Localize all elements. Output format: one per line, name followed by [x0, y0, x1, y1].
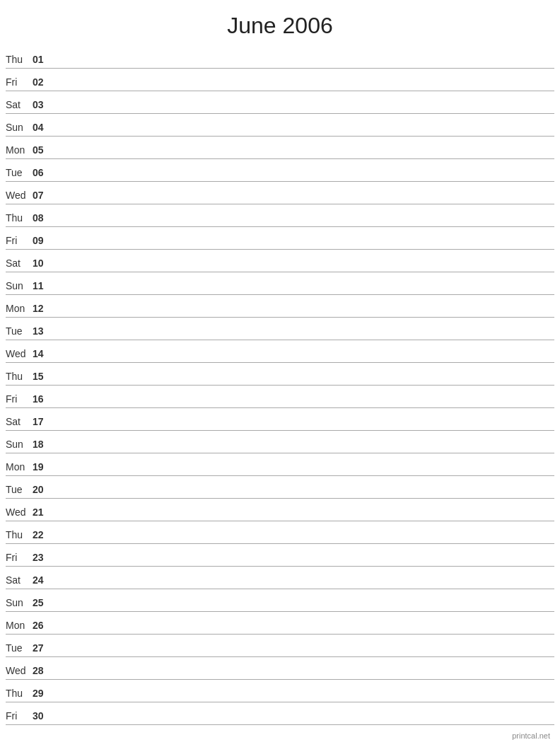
- day-name: Sat: [6, 574, 33, 586]
- day-name: Thu: [6, 529, 33, 540]
- day-number: 05: [33, 144, 52, 156]
- day-row: Thu08: [6, 204, 554, 227]
- day-line: [52, 110, 554, 110]
- day-number: 23: [33, 552, 52, 563]
- day-row: Wed28: [6, 657, 554, 680]
- day-name: Fri: [6, 235, 33, 246]
- day-row: Sat24: [6, 567, 554, 589]
- day-line: [52, 608, 554, 608]
- day-number: 03: [33, 99, 52, 110]
- day-line: [52, 291, 554, 291]
- day-name: Tue: [6, 642, 33, 654]
- day-row: Sat10: [6, 250, 554, 272]
- day-line: [52, 449, 554, 450]
- day-name: Sat: [6, 99, 33, 110]
- day-row: Mon05: [6, 137, 554, 159]
- day-name: Mon: [6, 303, 33, 314]
- day-name: Sun: [6, 122, 33, 133]
- day-row: Wed07: [6, 182, 554, 204]
- day-number: 06: [33, 167, 52, 178]
- day-line: [52, 472, 554, 473]
- day-line: [52, 698, 554, 699]
- day-number: 08: [33, 212, 52, 224]
- day-number: 24: [33, 574, 52, 586]
- day-name: Wed: [6, 665, 33, 676]
- day-row: Mon19: [6, 453, 554, 476]
- day-name: Fri: [6, 710, 33, 722]
- day-line: [52, 87, 554, 88]
- day-line: [52, 200, 554, 201]
- day-name: Thu: [6, 688, 33, 699]
- day-row: Thu01: [6, 46, 554, 69]
- day-line: [52, 336, 554, 337]
- day-number: 11: [33, 280, 52, 291]
- day-line: [52, 404, 554, 405]
- day-number: 12: [33, 303, 52, 314]
- day-row: Sun04: [6, 114, 554, 137]
- day-name: Sun: [6, 597, 33, 608]
- day-line: [52, 585, 554, 586]
- day-number: 09: [33, 235, 52, 246]
- day-name: Tue: [6, 325, 33, 337]
- day-row: Thu29: [6, 680, 554, 702]
- day-line: [52, 268, 554, 269]
- day-name: Wed: [6, 506, 33, 518]
- day-line: [52, 359, 554, 359]
- day-name: Tue: [6, 167, 33, 178]
- day-number: 14: [33, 348, 52, 359]
- day-row: Sun25: [6, 589, 554, 612]
- day-line: [52, 132, 554, 133]
- day-number: 30: [33, 710, 52, 722]
- day-number: 01: [33, 54, 52, 65]
- day-line: [52, 427, 554, 427]
- day-number: 10: [33, 257, 52, 269]
- day-name: Tue: [6, 484, 33, 495]
- day-number: 26: [33, 620, 52, 631]
- day-line: [52, 562, 554, 563]
- day-row: Mon26: [6, 612, 554, 635]
- day-line: [52, 223, 554, 224]
- day-name: Fri: [6, 76, 33, 88]
- day-name: Fri: [6, 393, 33, 405]
- day-line: [52, 721, 554, 722]
- day-row: Fri09: [6, 227, 554, 250]
- day-name: Mon: [6, 144, 33, 156]
- day-row: Sun18: [6, 431, 554, 453]
- day-line: [52, 676, 554, 676]
- page-title: June 2006: [0, 0, 560, 46]
- day-name: Thu: [6, 371, 33, 382]
- day-name: Sun: [6, 280, 33, 291]
- day-row: Sat17: [6, 408, 554, 431]
- day-line: [52, 178, 554, 178]
- day-row: Sun11: [6, 272, 554, 295]
- day-row: Tue27: [6, 635, 554, 657]
- day-line: [52, 64, 554, 65]
- day-line: [52, 245, 554, 246]
- day-line: [52, 494, 554, 495]
- day-number: 21: [33, 506, 52, 518]
- day-name: Mon: [6, 620, 33, 631]
- day-number: 28: [33, 665, 52, 676]
- day-row: Tue06: [6, 159, 554, 182]
- day-number: 22: [33, 529, 52, 540]
- day-name: Wed: [6, 348, 33, 359]
- day-name: Sun: [6, 439, 33, 450]
- day-line: [52, 653, 554, 654]
- day-number: 13: [33, 325, 52, 337]
- calendar-rows: Thu01Fri02Sat03Sun04Mon05Tue06Wed07Thu08…: [0, 46, 560, 725]
- day-number: 19: [33, 461, 52, 473]
- day-row: Fri23: [6, 544, 554, 567]
- day-number: 04: [33, 122, 52, 133]
- day-number: 25: [33, 597, 52, 608]
- day-line: [52, 381, 554, 382]
- day-row: Sat03: [6, 91, 554, 114]
- day-row: Mon12: [6, 295, 554, 318]
- day-line: [52, 517, 554, 518]
- day-line: [52, 155, 554, 156]
- footer-text: printcal.net: [512, 731, 550, 740]
- day-line: [52, 630, 554, 631]
- day-number: 29: [33, 688, 52, 699]
- day-number: 20: [33, 484, 52, 495]
- day-row: Tue20: [6, 476, 554, 499]
- day-number: 17: [33, 416, 52, 427]
